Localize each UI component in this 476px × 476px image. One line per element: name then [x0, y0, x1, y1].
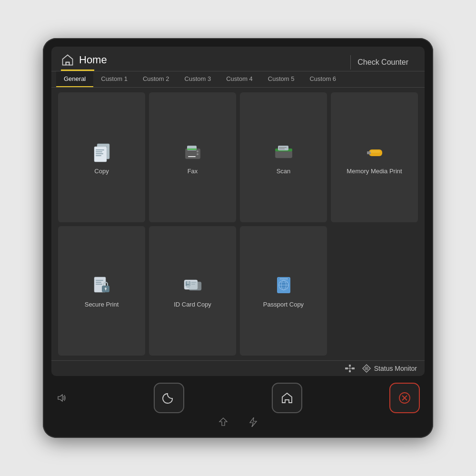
- secure-print-icon: [89, 272, 114, 297]
- svg-rect-16: [275, 150, 292, 158]
- empty-cell: [331, 226, 418, 356]
- scan-label: Scan: [277, 168, 291, 176]
- svg-rect-9: [96, 155, 101, 156]
- stop-icon: [397, 391, 412, 405]
- tab-custom4[interactable]: Custom 4: [218, 71, 260, 87]
- tab-custom1[interactable]: Custom 1: [93, 71, 135, 87]
- svg-rect-26: [96, 282, 101, 283]
- lightning-icon: [248, 416, 258, 427]
- hardware-buttons-row: [51, 381, 425, 415]
- home-icon: [61, 53, 74, 67]
- svg-rect-20: [279, 149, 285, 149]
- stop-button[interactable]: [389, 383, 420, 413]
- title-underline: [61, 69, 94, 71]
- check-counter-button[interactable]: Check Counter: [350, 55, 415, 69]
- copy-button[interactable]: Copy: [58, 92, 145, 222]
- svg-marker-58: [219, 418, 227, 426]
- tabs-row: General Custom 1 Custom 2 Custom 3 Custo…: [51, 71, 425, 88]
- bottom-indicators: [51, 415, 425, 428]
- copy-icon: [89, 139, 114, 164]
- home-title-row: Home: [61, 53, 107, 69]
- svg-rect-30: [105, 288, 106, 290]
- fax-icon: [180, 139, 205, 164]
- secure-print-button[interactable]: Secure Print: [58, 226, 145, 356]
- speaker-area: [56, 394, 67, 402]
- device-frame: Home Check Counter General Custom 1 Cust…: [43, 38, 433, 438]
- passport-copy-label: Passport Copy: [263, 301, 304, 309]
- tab-custom2[interactable]: Custom 2: [135, 71, 177, 87]
- secure-print-label: Secure Print: [85, 301, 119, 309]
- svg-rect-13: [188, 156, 196, 157]
- home-title-area: Home: [61, 53, 107, 71]
- status-monitor-button[interactable]: Status Monitor: [362, 364, 417, 373]
- copy-label: Copy: [94, 168, 109, 176]
- fax-button[interactable]: Fax: [149, 92, 236, 222]
- id-card-copy-label: ID Card Copy: [174, 301, 211, 309]
- svg-rect-6: [96, 149, 104, 150]
- svg-rect-46: [279, 278, 288, 279]
- speaker-icon: [56, 394, 67, 402]
- screen-footer: Status Monitor: [51, 360, 425, 376]
- home-title: Home: [79, 54, 107, 66]
- network-icon: [345, 364, 355, 373]
- tab-custom5[interactable]: Custom 5: [260, 71, 302, 87]
- tab-custom6[interactable]: Custom 6: [302, 71, 344, 87]
- fax-label: Fax: [188, 168, 198, 176]
- memory-media-print-button[interactable]: Memory Media Print: [331, 92, 418, 222]
- svg-rect-25: [96, 280, 103, 281]
- home-button[interactable]: [272, 383, 302, 413]
- screen: Home Check Counter General Custom 1 Cust…: [51, 47, 425, 376]
- svg-rect-37: [189, 282, 201, 290]
- app-grid: Copy: [51, 88, 425, 360]
- passport-icon: [271, 272, 296, 297]
- arrow-indicator[interactable]: [218, 416, 228, 427]
- svg-marker-56: [58, 395, 62, 401]
- svg-rect-50: [349, 365, 351, 367]
- svg-rect-7: [96, 151, 102, 152]
- status-monitor-icon: [362, 364, 371, 373]
- arrow-icon: [218, 416, 228, 427]
- screen-header: Home Check Counter: [51, 47, 425, 71]
- grid-row-1: Copy: [58, 92, 418, 222]
- svg-rect-12: [187, 149, 197, 150]
- passport-copy-button[interactable]: Passport Copy: [240, 226, 327, 356]
- grid-row-2: Secure Print: [58, 226, 418, 356]
- tab-custom3[interactable]: Custom 3: [177, 71, 219, 87]
- usb-icon: [362, 139, 387, 164]
- sleep-button[interactable]: [154, 383, 184, 413]
- svg-rect-23: [370, 150, 380, 153]
- svg-rect-19: [279, 147, 287, 148]
- svg-rect-47: [349, 370, 351, 372]
- status-monitor-label: Status Monitor: [374, 365, 417, 372]
- home-hw-icon: [280, 391, 294, 405]
- svg-rect-0: [66, 62, 69, 65]
- svg-point-14: [197, 150, 198, 152]
- svg-point-55: [366, 368, 367, 369]
- scan-button[interactable]: Scan: [240, 92, 327, 222]
- svg-rect-18: [278, 146, 288, 150]
- lightning-indicator[interactable]: [248, 416, 258, 427]
- svg-point-15: [197, 153, 198, 155]
- sleep-icon: [162, 391, 176, 405]
- svg-rect-27: [96, 284, 102, 285]
- svg-rect-8: [96, 153, 103, 154]
- scan-icon: [271, 139, 296, 164]
- memory-media-print-label: Memory Media Print: [347, 168, 402, 176]
- id-card-icon: [180, 272, 205, 297]
- tab-general[interactable]: General: [56, 71, 93, 87]
- id-card-copy-button[interactable]: ID Card Copy: [149, 226, 236, 356]
